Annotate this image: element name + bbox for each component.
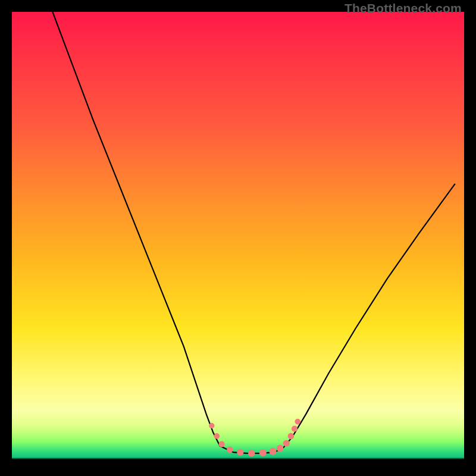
trough-marker [227,446,233,453]
trough-marker [292,426,298,432]
bottleneck-curve-chart [12,12,464,464]
trough-marker [209,423,214,428]
trough-marker [277,445,284,452]
trough-marker [214,433,220,439]
trough-marker [259,449,267,456]
trough-marker [219,441,225,447]
trough-marker [237,449,243,456]
trough-marker [269,448,276,455]
trough-marker [248,450,255,457]
bottleneck-curve [52,12,455,453]
trough-marker-group [209,419,300,457]
trough-marker [288,433,295,440]
trough-marker [283,440,290,446]
trough-marker [295,419,301,425]
